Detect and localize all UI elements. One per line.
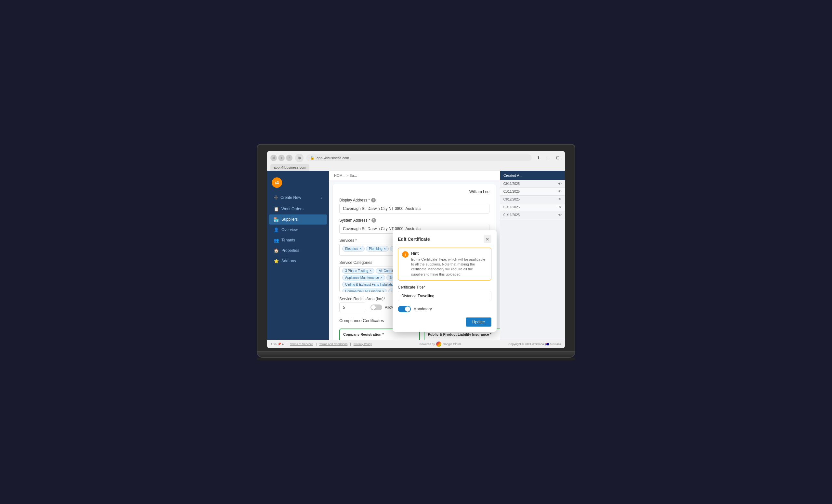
window-icon[interactable]: ⊡ bbox=[554, 154, 562, 162]
laptop-frame: ⊞ ‹ › ◑ 🔒 app.i4tbusiness.com ⬆ ＋ bbox=[257, 144, 575, 361]
tab-label: app.i4tbusiness.com bbox=[274, 165, 306, 169]
sidebar-item-overview[interactable]: 👤 Overview bbox=[269, 225, 327, 235]
allow-override-toggle[interactable] bbox=[370, 304, 382, 310]
hint-title: Hint bbox=[411, 251, 487, 256]
modal-footer: Update bbox=[398, 317, 491, 326]
modal-title: Edit Certificate bbox=[398, 237, 430, 242]
addons-icon: ⭐ bbox=[274, 259, 279, 264]
create-new-button[interactable]: ➕ Create New › bbox=[270, 193, 326, 202]
sidebar: i4 ➕ Create New › 📋 Work Orders 🏪 bbox=[267, 171, 329, 340]
toggle-knob bbox=[371, 305, 376, 310]
tag-plumbing: Plumbing × bbox=[366, 246, 389, 251]
laptop-base bbox=[257, 352, 575, 358]
right-panel-row: 03/12/2025 👁 bbox=[500, 195, 565, 204]
edit-certificate-modal: Edit Certificate ✕ i Hint Edit a Certifi… bbox=[393, 230, 497, 332]
display-address-group: Display Address * ? bbox=[339, 198, 490, 213]
compliance-title: Compliance Certificates bbox=[339, 318, 384, 323]
service-radius-input[interactable] bbox=[339, 302, 365, 312]
browser-toolbar: ⊞ ‹ › ◑ 🔒 app.i4tbusiness.com ⬆ ＋ bbox=[270, 154, 562, 162]
tag-plumbing-close[interactable]: × bbox=[384, 247, 386, 250]
right-panel-header: Created A... bbox=[500, 171, 565, 180]
tag-3-phase-testing: 3 Phase Testing× bbox=[342, 268, 374, 274]
system-address-label: System Address * ? bbox=[339, 218, 490, 222]
address-bar[interactable]: 🔒 app.i4tbusiness.com bbox=[306, 154, 532, 161]
view-icon[interactable]: 👁 bbox=[558, 213, 562, 217]
display-address-info-icon[interactable]: ? bbox=[371, 198, 376, 203]
right-panel-row: 01/11/2025 👁 bbox=[500, 204, 565, 211]
sidebar-item-addons[interactable]: ⭐ Add-ons bbox=[269, 256, 327, 266]
breadcrumb: HOM... > Su... bbox=[329, 171, 500, 180]
right-panel: Created A... 03/11/2025 👁 01/11/2025 👁 0… bbox=[500, 171, 565, 340]
mandatory-toggle-knob bbox=[405, 307, 410, 312]
sidebar-item-work-orders[interactable]: 📋 Work Orders bbox=[269, 204, 327, 214]
footer-conditions-link[interactable]: Terms and Conditions bbox=[319, 343, 347, 346]
social-icons: f t in 📌 ▶ bbox=[271, 343, 284, 346]
tag-appliance-maint: Appliance Maintenance× bbox=[342, 275, 385, 281]
lock-icon: 🔒 bbox=[310, 156, 315, 160]
modal-header: Edit Certificate ✕ bbox=[398, 235, 491, 243]
view-icon[interactable]: 👁 bbox=[558, 182, 562, 186]
update-button[interactable]: Update bbox=[466, 317, 491, 326]
active-tab[interactable]: app.i4tbusiness.com bbox=[270, 164, 309, 170]
footer-privacy-link[interactable]: Privacy Policy bbox=[354, 343, 372, 346]
tag-electrical: Electrical × bbox=[342, 246, 365, 251]
mandatory-label: Mandatory bbox=[413, 307, 432, 311]
cert-title-company-registration: Company Registration * bbox=[343, 333, 416, 336]
plus-icon: ➕ bbox=[274, 195, 279, 200]
display-address-input[interactable] bbox=[339, 204, 490, 213]
google-cloud-icon bbox=[436, 342, 441, 347]
right-panel-row: 03/11/2025 👁 bbox=[500, 180, 565, 188]
browser-chrome: ⊞ ‹ › ◑ 🔒 app.i4tbusiness.com ⬆ ＋ bbox=[267, 151, 565, 171]
user-name: William Leo bbox=[339, 189, 490, 194]
laptop-foot bbox=[257, 358, 575, 361]
browser-back-button[interactable]: ‹ bbox=[278, 155, 285, 161]
share-icon[interactable]: ⬆ bbox=[534, 154, 542, 162]
hint-icon: i bbox=[402, 251, 409, 258]
right-panel-table: 03/11/2025 👁 01/11/2025 👁 03/12/2025 👁 bbox=[500, 180, 565, 219]
tenants-icon: 👥 bbox=[274, 238, 279, 243]
cert-title-input[interactable] bbox=[398, 291, 491, 301]
content-area: HOM... > Su... William Leo Display Addre… bbox=[329, 171, 500, 340]
properties-icon: 🏠 bbox=[274, 248, 279, 253]
right-panel-row: 01/11/2025 👁 bbox=[500, 188, 565, 195]
view-icon[interactable]: 👁 bbox=[558, 197, 562, 201]
browser-nav-buttons: ⊞ ‹ › bbox=[270, 155, 292, 161]
sidebar-item-tenants[interactable]: 👥 Tenants bbox=[269, 235, 327, 245]
view-icon[interactable]: 👁 bbox=[558, 190, 562, 193]
cert-title-public-liability: Public & Product Liability Insurance * bbox=[428, 333, 500, 336]
main-layout: i4 ➕ Create New › 📋 Work Orders 🏪 bbox=[267, 171, 565, 340]
new-tab-icon[interactable]: ＋ bbox=[544, 154, 552, 162]
modal-close-button[interactable]: ✕ bbox=[484, 235, 491, 243]
sidebar-item-suppliers[interactable]: 🏪 Suppliers bbox=[269, 214, 327, 224]
browser-actions: ⬆ ＋ ⊡ bbox=[534, 154, 562, 162]
flag-icon: 🇦🇺 bbox=[545, 343, 550, 346]
view-icon[interactable]: 👁 bbox=[558, 205, 562, 209]
hint-text: Edit a Certificate Type, which will be a… bbox=[411, 257, 487, 277]
sidebar-logo: i4 bbox=[267, 175, 329, 190]
display-address-label: Display Address * ? bbox=[339, 198, 490, 203]
chevron-icon: › bbox=[321, 195, 322, 200]
modal-box: Edit Certificate ✕ i Hint Edit a Certifi… bbox=[393, 230, 497, 332]
footer-terms-link[interactable]: Terms of Services bbox=[290, 343, 313, 346]
tab-bar: app.i4tbusiness.com bbox=[270, 164, 562, 170]
right-panel-row: 01/11/2025 👁 bbox=[500, 211, 565, 219]
browser-sidebar-toggle[interactable]: ⊞ bbox=[270, 155, 277, 161]
theme-toggle-button[interactable]: ◑ bbox=[295, 154, 304, 162]
work-orders-icon: 📋 bbox=[274, 207, 279, 212]
logo-icon: i4 bbox=[272, 178, 282, 188]
system-address-info-icon[interactable]: ? bbox=[371, 218, 376, 222]
overview-icon: 👤 bbox=[274, 228, 279, 232]
cert-title-label: Certificate Title* bbox=[398, 285, 491, 290]
url-text: app.i4tbusiness.com bbox=[316, 156, 349, 160]
tag-electrical-close[interactable]: × bbox=[360, 247, 362, 250]
browser-footer: f t in 📌 ▶ | Terms of Services | Terms a… bbox=[267, 340, 565, 348]
screen-bezel: ⊞ ‹ › ◑ 🔒 app.i4tbusiness.com ⬆ ＋ bbox=[257, 144, 575, 352]
footer-left: f t in 📌 ▶ | Terms of Services | Terms a… bbox=[271, 343, 372, 346]
hint-content: Hint Edit a Certificate Type, which will… bbox=[411, 251, 487, 277]
browser-forward-button[interactable]: › bbox=[286, 155, 292, 161]
sidebar-item-properties[interactable]: 🏠 Properties bbox=[269, 246, 327, 256]
mandatory-toggle[interactable] bbox=[398, 306, 411, 312]
suppliers-icon: 🏪 bbox=[274, 217, 279, 222]
hint-box: i Hint Edit a Certificate Type, which wi… bbox=[398, 248, 491, 281]
mandatory-row: Mandatory bbox=[398, 306, 491, 312]
